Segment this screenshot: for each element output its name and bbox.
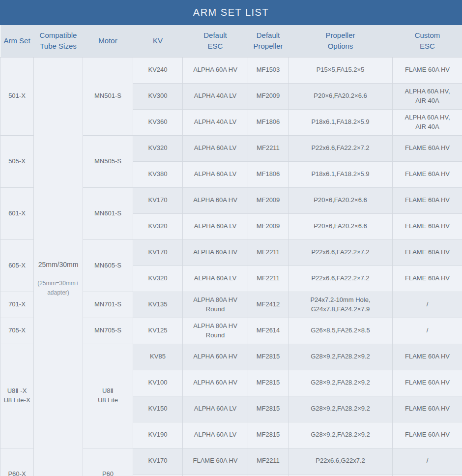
cell-default-propeller: MF2211 xyxy=(248,239,289,266)
cell-custom-esc: FLAME 60A HV xyxy=(393,239,462,266)
cell-default-esc: ALPHA 60A HV xyxy=(183,57,248,83)
cell-kv: KV170 xyxy=(133,448,183,474)
cell-kv: KV150 xyxy=(133,396,183,422)
cell-kv: KV135 xyxy=(133,292,183,318)
arm-set-table: Arm Set Compatible Tube Sizes Motor KV D… xyxy=(0,25,462,476)
cell-default-esc: FLAME 60A HV xyxy=(183,448,248,474)
cell-default-esc: ALPHA 40A LV xyxy=(183,109,248,135)
cell-custom-esc: FLAME 60A HV xyxy=(393,135,462,161)
column-header-tube-sizes: Compatible Tube Sizes xyxy=(34,25,83,57)
cell-kv xyxy=(133,474,183,476)
cell-motor: MN705-S xyxy=(83,318,133,344)
cell-default-esc: ALPHA 60A LV xyxy=(183,396,248,422)
column-header-default-propeller: Default Propeller xyxy=(248,25,289,57)
cell-default-propeller: MF2614 xyxy=(248,318,289,344)
cell-propeller-options: P22x6.6,FA22.2×7.2 xyxy=(289,135,393,161)
cell-motor: MN505-S xyxy=(83,135,133,187)
cell-motor: U8Ⅱ U8 Lite xyxy=(83,344,133,448)
cell-arm-set: 705-X xyxy=(0,318,34,344)
cell-default-propeller: MF1806 xyxy=(248,161,289,187)
cell-propeller-options: P20×6,FA20.2×6.6 xyxy=(289,83,393,109)
cell-custom-esc: FLAME 60A HV xyxy=(393,213,462,239)
table-row: 501-X 25mm/30mm (25mm=30mm+ adapter) MN5… xyxy=(0,57,462,83)
cell-default-esc: ALPHA 60A LV xyxy=(183,422,248,448)
cell-kv: KV320 xyxy=(133,266,183,292)
cell-default-esc: ALPHA 60A HV xyxy=(183,187,248,213)
cell-propeller-options: P18x6.1,FA18.2×5.9 xyxy=(289,161,393,187)
cell-custom-esc: FLAME 60A HV xyxy=(393,266,462,292)
cell-propeller-options: P18x6.1,FA18.2×5.9 xyxy=(289,109,393,135)
cell-arm-set: 505-X xyxy=(0,135,34,187)
cell-custom-esc: FLAME 60A HV xyxy=(393,187,462,213)
cell-custom-esc: FLAME 60A HV xyxy=(393,370,462,396)
cell-default-propeller xyxy=(248,474,289,476)
column-header-kv: KV xyxy=(133,25,183,57)
cell-propeller-options: G28×9.2,FA28.2×9.2 xyxy=(289,396,393,422)
cell-propeller-options xyxy=(289,474,393,476)
cell-propeller-options: G26×8.5,FA26.2×8.5 xyxy=(289,318,393,344)
cell-custom-esc: ALPHA 60A HV, AIR 40A xyxy=(393,109,462,135)
cell-kv: KV380 xyxy=(133,161,183,187)
cell-default-esc: ALPHA 60A LV xyxy=(183,266,248,292)
cell-custom-esc: FLAME 60A HV xyxy=(393,344,462,370)
cell-default-propeller: MF2211 xyxy=(248,135,289,161)
cell-propeller-options: P22x6.6,FA22.2×7.2 xyxy=(289,239,393,266)
cell-default-esc: ALPHA 60A HV xyxy=(183,370,248,396)
column-header-custom-esc: Custom ESC xyxy=(393,25,462,57)
cell-propeller-options: P22x6.6,G22x7.2 xyxy=(289,448,393,474)
cell-default-esc xyxy=(183,474,248,476)
cell-default-propeller: MF2815 xyxy=(248,370,289,396)
cell-arm-set: 701-X xyxy=(0,292,34,318)
cell-motor: MN601-S xyxy=(83,187,133,239)
cell-custom-esc: FLAME 60A HV xyxy=(393,57,462,83)
cell-default-propeller: MF2211 xyxy=(248,448,289,474)
column-header-default-esc: Default ESC xyxy=(183,25,248,57)
cell-default-esc: ALPHA 60A LV xyxy=(183,135,248,161)
cell-arm-set: P60-X xyxy=(0,448,34,476)
column-header-arm-set: Arm Set xyxy=(0,25,34,57)
cell-default-propeller: MF2211 xyxy=(248,266,289,292)
cell-custom-esc xyxy=(393,474,462,476)
header-row: Arm Set Compatible Tube Sizes Motor KV D… xyxy=(0,25,462,57)
title-bar: ARM SET LIST xyxy=(0,0,462,25)
cell-default-propeller: MF1503 xyxy=(248,57,289,83)
cell-default-esc: ALPHA 60A HV xyxy=(183,239,248,266)
cell-kv: KV125 xyxy=(133,318,183,344)
cell-propeller-options: G28×9.2,FA28.2×9.2 xyxy=(289,370,393,396)
cell-kv: KV85 xyxy=(133,344,183,370)
cell-default-propeller: MF2815 xyxy=(248,396,289,422)
cell-default-propeller: MF1806 xyxy=(248,109,289,135)
cell-custom-esc: / xyxy=(393,292,462,318)
cell-arm-set: 501-X xyxy=(0,57,34,135)
cell-propeller-options: P20×6,FA20.2×6.6 xyxy=(289,187,393,213)
cell-default-esc: ALPHA 40A LV xyxy=(183,83,248,109)
tube-size-main: 25mm/30mm xyxy=(35,260,81,269)
cell-custom-esc: FLAME 60A HV xyxy=(393,422,462,448)
cell-propeller-options: P22x6.6,FA22.2×7.2 xyxy=(289,266,393,292)
cell-default-esc: ALPHA 60A LV xyxy=(183,161,248,187)
cell-kv: KV190 xyxy=(133,422,183,448)
cell-motor: MN701-S xyxy=(83,292,133,318)
cell-propeller-options: G28×9.2,FA28.2×9.2 xyxy=(289,344,393,370)
cell-kv: KV100 xyxy=(133,370,183,396)
cell-default-esc: ALPHA 60A HV xyxy=(183,344,248,370)
cell-default-propeller: MF2009 xyxy=(248,187,289,213)
cell-arm-set: 605-X xyxy=(0,239,34,292)
cell-kv: KV170 xyxy=(133,239,183,266)
cell-propeller-options: G28×9.2,FA28.2×9.2 xyxy=(289,422,393,448)
cell-default-esc: ALPHA 60A LV xyxy=(183,213,248,239)
cell-custom-esc: ALPHA 60A HV, AIR 40A xyxy=(393,83,462,109)
cell-kv: KV170 xyxy=(133,187,183,213)
cell-propeller-options: P15×5,FA15.2×5 xyxy=(289,57,393,83)
cell-custom-esc: / xyxy=(393,448,462,474)
cell-kv: KV360 xyxy=(133,109,183,135)
page: ARM SET LIST Arm Set Compatible Tube Siz… xyxy=(0,0,462,476)
tube-size-note: (25mm=30mm+ adapter) xyxy=(35,279,81,297)
column-header-propeller-options: Propeller Options xyxy=(289,25,393,57)
cell-kv: KV240 xyxy=(133,57,183,83)
cell-propeller-options: P24x7.2-10mm Hole, G24x7.8,FA24.2×7.9 xyxy=(289,292,393,318)
cell-custom-esc: / xyxy=(393,318,462,344)
cell-motor: MN501-S xyxy=(83,57,133,135)
cell-default-esc: ALPHA 80A HV Round xyxy=(183,318,248,344)
cell-kv: KV300 xyxy=(133,83,183,109)
